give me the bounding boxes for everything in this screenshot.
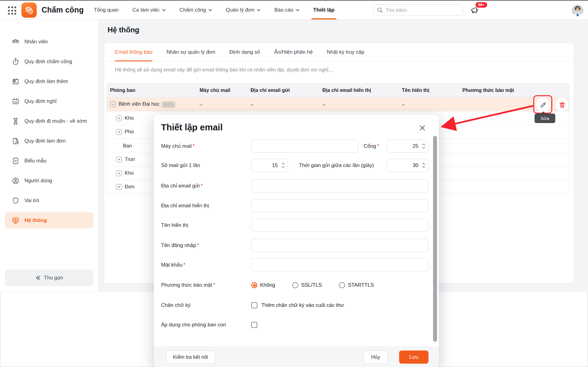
cancel-button[interactable]: Hủy: [364, 351, 388, 364]
delete-button[interactable]: [555, 98, 569, 112]
signature-checkbox-row[interactable]: Thêm chân chữ ký vào cuối các thư: [251, 302, 344, 308]
thoi-gian-number-field: [386, 159, 428, 172]
expand-row-icon[interactable]: +: [116, 115, 122, 121]
nav-item-cham-cong[interactable]: Chấm công: [179, 1, 212, 20]
radio-option-starttls[interactable]: STARTTLS: [339, 282, 374, 288]
sidebar-item-quy-dinh-lam-don[interactable]: Quy định làm đơn: [5, 133, 94, 149]
number-stepper[interactable]: [421, 159, 428, 172]
sidebar-item-quy-dinh-di-muon-ve-som[interactable]: Quy định đi muộn - về sớm: [5, 113, 94, 129]
pencil-icon: [540, 102, 546, 108]
sidebar-item-nhan-vien[interactable]: Nhân viên: [5, 34, 94, 50]
search-input[interactable]: [386, 7, 459, 13]
tab-an-hien-phan-he[interactable]: Ẩn/Hiện phân hệ: [274, 43, 313, 61]
col-header-phong-ban: Phòng ban: [107, 88, 198, 93]
radio-label: Không: [260, 282, 275, 288]
mat-khau-input[interactable]: [251, 258, 428, 271]
cong-number-field: [386, 140, 428, 153]
radio-selected-icon[interactable]: [251, 282, 257, 288]
sidebar-item-label: Nhân viên: [24, 39, 48, 45]
department-name: Phò: [125, 129, 134, 134]
checkbox-icon[interactable]: [251, 302, 257, 308]
number-stepper[interactable]: [280, 159, 288, 172]
expand-row-icon[interactable]: +: [116, 170, 122, 176]
avatar[interactable]: [572, 5, 583, 16]
topbar: Chấm công Tổng quan Ca làm việc Chấm côn…: [0, 1, 588, 20]
col-header-ten-hien-thi: Tên hiển thị: [401, 88, 461, 93]
search-icon: [377, 7, 383, 13]
expand-row-icon[interactable]: +: [116, 157, 122, 162]
so-mail-input[interactable]: [252, 159, 280, 172]
edit-button[interactable]: [536, 98, 550, 112]
nav-item-ca-lam-viec[interactable]: Ca làm việc: [132, 1, 166, 20]
required-mark: *: [197, 242, 199, 248]
number-stepper[interactable]: [421, 140, 428, 152]
sidebar-item-nguoi-dung[interactable]: Người dùng: [5, 173, 94, 189]
cong-input[interactable]: [387, 140, 421, 152]
ten-dang-nhap-input[interactable]: [251, 239, 428, 252]
nav-item-tong-quan[interactable]: Tổng quan: [94, 1, 119, 20]
app-logo-fingerprint-clock-icon: [21, 2, 37, 18]
sidebar-item-label: Vai trò: [24, 198, 39, 204]
sidebar-item-label: Biểu mẫu: [24, 158, 46, 164]
sidebar-item-vai-tro[interactable]: Vai trò: [5, 192, 94, 209]
department-name-cell: −Bệnh viện Đại học: [107, 101, 198, 107]
nav-item-thiet-lap[interactable]: Thiết lập: [313, 1, 335, 20]
tab-nhat-ky-truy-cap[interactable]: Nhật ký truy cập: [327, 43, 364, 61]
sidebar-item-quy-dinh-lam-them[interactable]: Quy định làm thêm: [5, 73, 94, 89]
may-chu-mail-input[interactable]: [251, 140, 358, 153]
tab-email-thong-bao[interactable]: Email thông báo: [115, 43, 153, 61]
shield-icon: [12, 197, 20, 205]
app-launcher-grid-icon[interactable]: [8, 6, 17, 15]
sidebar-item-label: Hệ thống: [24, 217, 47, 223]
dia-chi-email-gui-input[interactable]: [251, 179, 428, 192]
sidebar-item-he-thong[interactable]: Hệ thống: [5, 212, 94, 228]
cell-dia-chi-email-hien-thi: –: [321, 102, 401, 107]
sidebar-item-bieu-mau[interactable]: Biểu mẫu: [5, 153, 94, 169]
user-circle-icon: [12, 177, 20, 185]
collapse-row-icon[interactable]: −: [110, 101, 116, 107]
required-mark: *: [183, 262, 186, 268]
expand-row-icon[interactable]: +: [116, 129, 122, 135]
department-name: Kho: [125, 170, 134, 176]
thoi-gian-input[interactable]: [387, 159, 421, 172]
settings-tabs: Email thông báo Nhân sự quản lý đơn Định…: [104, 43, 574, 61]
field-label-ten-dang-nhap: Tên đăng nhập*: [161, 242, 248, 249]
sidebar-item-label: Quy định nghỉ: [24, 98, 57, 104]
nav-item-quan-ly-don[interactable]: Quản lý đơn: [226, 1, 260, 20]
nav-item-bao-cao[interactable]: Báo cáo: [274, 1, 299, 20]
modal-title: Thiết lập email: [161, 122, 222, 133]
chevron-down-icon: [257, 9, 260, 11]
monitor-pulse-icon: [12, 216, 20, 224]
cell-may-chu-mail: –: [198, 102, 249, 107]
test-connection-button[interactable]: Kiểm tra kết nối: [166, 351, 215, 364]
required-mark: *: [213, 282, 215, 288]
save-button[interactable]: Lưu: [399, 351, 428, 364]
table-row-root-department[interactable]: −Bệnh viện Đại học – – – –: [107, 97, 569, 111]
chevron-down-icon: [162, 9, 166, 11]
tab-nhan-su-quan-ly-don[interactable]: Nhân sự quản lý đơn: [167, 43, 215, 61]
redacted-text: [162, 101, 175, 108]
sidebar-item-quy-dinh-cham-cong[interactable]: Quy định chấm công: [5, 53, 94, 70]
sidebar-item-label: Quy định làm thêm: [24, 78, 68, 85]
field-label-phuong-thuc-bao-mat: Phương thức bảo mật*: [161, 282, 248, 289]
tab-description: Hệ thống sẽ sử dụng email này để gửi ema…: [115, 67, 334, 73]
checkbox-icon[interactable]: [251, 322, 257, 328]
hourglass-icon: [12, 117, 20, 125]
field-label-may-chu-mail: Máy chủ mail*: [161, 143, 248, 150]
department-name: Ban: [123, 143, 132, 148]
field-label-chan-chu-ky: Chân chữ ký: [161, 302, 248, 309]
stepper-down-icon: [281, 166, 285, 168]
field-label-so-mail-gui-1-lan: Số mail gửi 1 lần: [161, 162, 248, 169]
radio-icon[interactable]: [339, 282, 345, 288]
close-icon[interactable]: [419, 124, 426, 132]
collapse-sidebar-button[interactable]: Thu gọn: [5, 270, 93, 286]
ten-hien-thi-input[interactable]: [251, 219, 428, 232]
radio-label: SSL/TLS: [301, 282, 322, 288]
radio-option-ssl-tls[interactable]: SSL/TLS: [292, 282, 322, 288]
sidebar-item-quy-dinh-nghi[interactable]: 10 Quy định nghỉ: [5, 93, 94, 109]
radio-option-khong[interactable]: Không: [251, 282, 275, 288]
expand-row-icon[interactable]: +: [116, 184, 122, 190]
dia-chi-email-hien-thi-input[interactable]: [251, 199, 428, 212]
radio-icon[interactable]: [292, 282, 298, 288]
tab-dinh-dang-so[interactable]: Định dạng số: [229, 43, 260, 61]
